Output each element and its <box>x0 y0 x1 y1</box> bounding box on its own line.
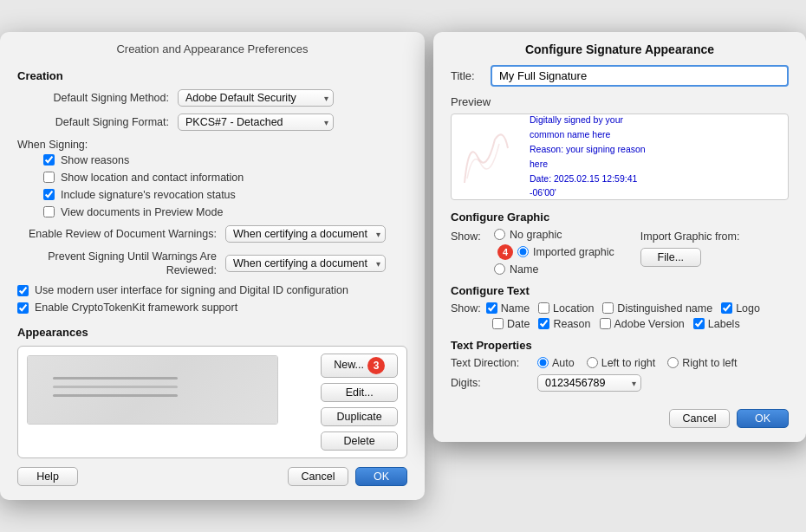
show-reasons-label: Show reasons <box>61 154 129 166</box>
left-cancel-button[interactable]: Cancel <box>288 467 348 486</box>
signing-method-select[interactable]: Adobe Default Security <box>178 89 334 107</box>
signing-format-label: Default Signing Format: <box>17 116 169 128</box>
include-revocation-checkbox[interactable] <box>43 189 55 200</box>
right-ok-button[interactable]: OK <box>737 409 789 428</box>
configure-graphic-label: Configure Graphic <box>451 211 789 224</box>
import-graphic-section: Import Graphic from: File... <box>640 229 740 267</box>
duplicate-button[interactable]: Duplicate <box>321 407 398 426</box>
edit-button[interactable]: Edit... <box>321 383 398 402</box>
right-dialog-footer: Cancel OK <box>433 400 806 428</box>
signing-format-select[interactable]: PKCS#7 - Detached <box>178 114 334 131</box>
preview-signature-text: Digitally signed by your common name her… <box>530 114 646 200</box>
signing-method-label: Default Signing Method: <box>17 92 169 104</box>
graphic-radio-options: No graphic 4 Imported graphic Name <box>494 229 614 276</box>
when-signing-label: When Signing: <box>17 139 88 151</box>
thumb-squiggle <box>28 356 277 424</box>
name-graphic-radio[interactable] <box>494 263 505 275</box>
enable-review-label: Enable Review of Document Warnings: <box>17 227 217 241</box>
imported-badge: 4 <box>497 244 513 260</box>
left-dialog-footer: Help Cancel OK <box>0 458 425 486</box>
help-button[interactable]: Help <box>17 467 78 486</box>
rtl-direction[interactable]: Right to left <box>667 357 737 369</box>
prevent-signing-label: Prevent Signing Until Warnings Are Revie… <box>17 250 217 278</box>
ct-date-check[interactable]: Date <box>492 318 530 330</box>
ct-adobe-version-check[interactable]: Adobe Version <box>600 318 685 330</box>
ltr-direction[interactable]: Left to right <box>587 357 656 369</box>
delete-button[interactable]: Delete <box>321 431 398 451</box>
text-properties-label: Text Properties <box>451 339 789 352</box>
left-ok-button[interactable]: OK <box>355 467 407 486</box>
show-reasons-checkbox[interactable] <box>43 154 55 165</box>
cg-show-label: Show: <box>451 229 485 243</box>
configure-signature-dialog: Configure Signature Appearance Title: Pr… <box>433 32 806 442</box>
ct-reason-check[interactable]: Reason <box>538 318 590 330</box>
imported-graphic-radio[interactable] <box>517 246 529 257</box>
digits-label: Digits: <box>451 377 529 389</box>
crypto-token-label: Enable CryptoTokenKit framework support <box>35 302 237 314</box>
title-field-label: Title: <box>451 69 482 82</box>
no-graphic-radio[interactable] <box>494 229 505 240</box>
ct-labels-check[interactable]: Labels <box>693 318 740 330</box>
right-dialog-title: Configure Signature Appearance <box>433 32 806 65</box>
ltr-radio[interactable] <box>587 357 598 368</box>
no-graphic-option[interactable]: No graphic <box>494 229 614 241</box>
show-location-label: Show location and contact information <box>61 172 244 184</box>
ct-name-check[interactable]: Name <box>486 302 530 315</box>
configure-text-label: Configure Text <box>451 284 789 297</box>
creation-section-label: Creation <box>17 69 407 82</box>
view-preview-checkbox[interactable] <box>43 206 55 217</box>
digits-select[interactable]: 0123456789 <box>537 374 641 392</box>
appearances-box: New...3 Edit... Duplicate Delete <box>17 346 407 458</box>
preview-box: Digitally signed by your common name her… <box>451 114 789 200</box>
prevent-signing-select[interactable]: When certifying a document <box>225 255 386 272</box>
file-button[interactable]: File... <box>640 248 701 267</box>
creation-appearance-dialog: Creation and Appearance Preferences Crea… <box>0 32 425 501</box>
modern-ui-label: Use modern user interface for signing an… <box>35 284 348 296</box>
ct-show-label: Show: <box>451 302 481 315</box>
auto-direction[interactable]: Auto <box>537 357 575 369</box>
import-graphic-label: Import Graphic from: <box>640 230 740 243</box>
text-direction-options: Auto Left to right Right to left <box>537 357 738 369</box>
appearances-section-label: Appearances <box>17 326 407 339</box>
ct-distinguished-check[interactable]: Distinguished name <box>602 302 712 315</box>
modern-ui-checkbox[interactable] <box>17 285 29 296</box>
title-input[interactable] <box>491 65 789 87</box>
signature-graphic <box>452 114 521 199</box>
view-preview-label: View documents in Preview Mode <box>61 206 223 218</box>
name-graphic-option[interactable]: Name <box>494 263 614 276</box>
appearances-buttons: New...3 Edit... Duplicate Delete <box>321 354 398 451</box>
auto-radio[interactable] <box>537 357 549 368</box>
show-location-checkbox[interactable] <box>43 172 55 183</box>
enable-review-select[interactable]: When certifying a document <box>225 225 386 243</box>
left-dialog-title: Creation and Appearance Preferences <box>0 32 425 62</box>
include-revocation-label: Include signature's revocation status <box>61 189 236 201</box>
crypto-token-checkbox[interactable] <box>17 302 29 314</box>
imported-graphic-option[interactable]: 4 Imported graphic <box>494 244 614 260</box>
ct-logo-check[interactable]: Logo <box>721 302 760 315</box>
text-direction-label: Text Direction: <box>451 357 529 369</box>
new-badge: 3 <box>367 357 385 374</box>
new-button[interactable]: New...3 <box>321 354 398 378</box>
preview-label: Preview <box>451 95 789 108</box>
ct-location-check[interactable]: Location <box>538 302 594 315</box>
appearance-thumb <box>27 355 278 425</box>
rtl-radio[interactable] <box>667 357 679 368</box>
right-cancel-button[interactable]: Cancel <box>669 409 730 428</box>
